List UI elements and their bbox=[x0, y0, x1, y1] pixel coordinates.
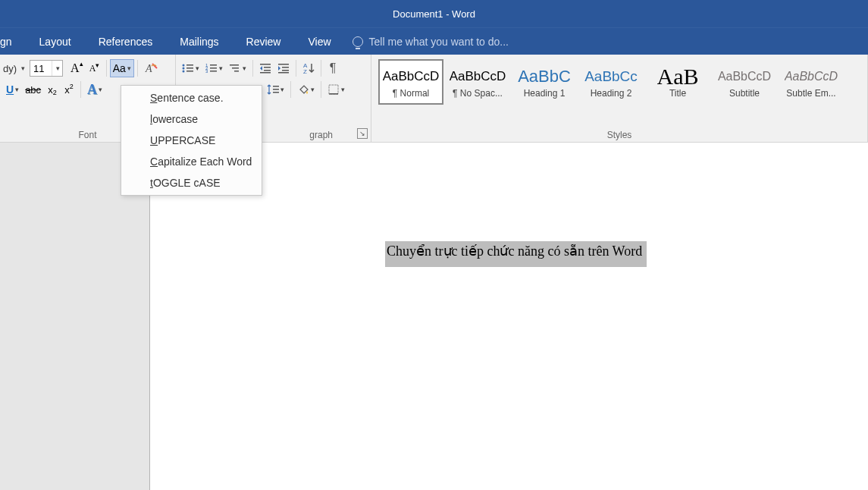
svg-rect-9 bbox=[210, 64, 217, 66]
svg-point-6 bbox=[183, 71, 185, 73]
svg-rect-22 bbox=[282, 67, 289, 68]
svg-rect-23 bbox=[282, 70, 289, 71]
grow-font-button[interactable]: A▴ bbox=[67, 59, 86, 77]
style-no-spacing[interactable]: AaBbCcD ¶ No Spac... bbox=[445, 59, 510, 105]
tell-me-placeholder: Tell me what you want to do... bbox=[369, 36, 509, 48]
shading-button[interactable]: ▾ bbox=[294, 80, 318, 99]
ribbon-tabs: gn Layout References Mailings Review Vie… bbox=[0, 27, 868, 55]
menu-lowercase[interactable]: lowercase bbox=[121, 108, 262, 130]
style-title[interactable]: AaB Title bbox=[645, 59, 710, 105]
style-subtle-emphasis[interactable]: AaBbCcD Subtle Em... bbox=[779, 59, 844, 105]
svg-rect-16 bbox=[234, 71, 239, 72]
sort-button[interactable]: AZ bbox=[299, 59, 318, 77]
chevron-down-icon[interactable]: ▾ bbox=[21, 64, 25, 72]
svg-rect-21 bbox=[278, 64, 289, 65]
svg-rect-18 bbox=[264, 67, 271, 68]
styles-group: AaBbCcD ¶ Normal AaBbCcD ¶ No Spac... Aa… bbox=[371, 55, 868, 142]
sort-icon: AZ bbox=[302, 62, 315, 74]
selected-text[interactable]: Chuyển trực tiếp chức năng có sẵn trên W… bbox=[385, 241, 647, 267]
font-size-dropdown[interactable]: ▾ bbox=[52, 61, 62, 76]
font-size-input[interactable]: ▾ bbox=[30, 60, 63, 77]
svg-text:3: 3 bbox=[205, 69, 208, 74]
svg-rect-13 bbox=[210, 71, 217, 72]
svg-rect-27 bbox=[273, 86, 279, 87]
mi-label: UPPERCASE bbox=[150, 134, 215, 146]
svg-rect-29 bbox=[273, 92, 279, 93]
increase-indent-button[interactable] bbox=[274, 59, 293, 77]
menu-capitalize-each-word[interactable]: Capitalize Each Word bbox=[121, 151, 262, 172]
menu-toggle-case[interactable]: tOGGLE cASE bbox=[121, 172, 262, 193]
window-title: Document1 - Word bbox=[393, 8, 475, 20]
borders-button[interactable]: ▾ bbox=[324, 80, 348, 99]
tab-design[interactable]: gn bbox=[0, 28, 26, 55]
title-bar: Document1 - Word bbox=[0, 0, 868, 27]
line-spacing-button[interactable]: ▾ bbox=[264, 80, 287, 99]
paragraph-dialog-launcher[interactable]: ↘ bbox=[357, 128, 368, 139]
styles-gallery[interactable]: AaBbCcD ¶ Normal AaBbCcD ¶ No Spac... Aa… bbox=[378, 58, 861, 106]
underline-button[interactable]: U▾ bbox=[3, 80, 22, 99]
outdent-icon bbox=[259, 63, 271, 74]
menu-sentence-case[interactable]: Sentence case. bbox=[121, 87, 262, 108]
subscript-button[interactable]: x2 bbox=[44, 80, 61, 99]
bullets-button[interactable]: ▾ bbox=[179, 59, 202, 77]
change-case-button[interactable]: Aa▾ bbox=[110, 59, 134, 77]
styles-group-label: Styles bbox=[371, 127, 867, 142]
svg-rect-15 bbox=[232, 68, 239, 69]
svg-text:A: A bbox=[145, 63, 152, 74]
text-effects-button[interactable]: A▾ bbox=[84, 80, 105, 99]
svg-rect-20 bbox=[260, 72, 271, 74]
decrease-indent-button[interactable] bbox=[256, 59, 274, 77]
clear-format-icon: A bbox=[144, 61, 158, 75]
svg-rect-5 bbox=[186, 68, 193, 69]
tab-review[interactable]: Review bbox=[233, 28, 295, 55]
svg-rect-7 bbox=[186, 71, 193, 72]
style-heading2[interactable]: AaBbCc Heading 2 bbox=[578, 59, 644, 105]
tell-me-search[interactable]: Tell me what you want to do... bbox=[345, 36, 509, 48]
bullets-icon bbox=[182, 63, 194, 74]
svg-rect-28 bbox=[273, 89, 279, 90]
mi-label: Sentence case. bbox=[150, 92, 224, 104]
line-spacing-icon bbox=[267, 83, 279, 96]
font-size-field[interactable] bbox=[30, 61, 52, 76]
svg-rect-17 bbox=[260, 64, 271, 65]
numbering-button[interactable]: 123▾ bbox=[202, 59, 226, 77]
svg-rect-24 bbox=[278, 72, 289, 74]
tab-references[interactable]: References bbox=[85, 28, 167, 55]
superscript-button[interactable]: x2 bbox=[61, 80, 77, 99]
tab-layout[interactable]: Layout bbox=[26, 28, 85, 55]
strikethrough-button[interactable]: abc bbox=[22, 80, 44, 99]
style-heading1[interactable]: AaBbC Heading 1 bbox=[512, 59, 577, 105]
style-subtitle[interactable]: AaBbCcD Subtitle bbox=[712, 59, 777, 105]
svg-point-4 bbox=[183, 68, 185, 70]
tab-view[interactable]: View bbox=[294, 28, 344, 55]
change-case-menu: Sentence case. lowercase UPPERCASE Capit… bbox=[121, 85, 262, 196]
mi-label: Capitalize Each Word bbox=[150, 155, 252, 168]
shrink-font-button[interactable]: A▾ bbox=[86, 59, 103, 77]
menu-uppercase[interactable]: UPPERCASE bbox=[121, 130, 262, 151]
lightbulb-icon bbox=[353, 36, 363, 47]
multilevel-icon bbox=[229, 63, 241, 74]
clear-formatting-button[interactable]: A bbox=[141, 59, 161, 77]
style-normal[interactable]: AaBbCcD ¶ Normal bbox=[378, 59, 443, 105]
numbering-icon: 123 bbox=[205, 63, 218, 74]
svg-rect-3 bbox=[186, 64, 193, 66]
tab-mailings[interactable]: Mailings bbox=[166, 28, 232, 55]
svg-rect-14 bbox=[230, 64, 239, 66]
font-name-cut[interactable]: dy) bbox=[3, 63, 20, 74]
show-marks-button[interactable]: ¶ bbox=[324, 59, 341, 77]
multilevel-list-button[interactable]: ▾ bbox=[226, 59, 249, 77]
mi-label: tOGGLE cASE bbox=[150, 177, 221, 189]
mi-label: lowercase bbox=[150, 113, 198, 125]
bucket-icon bbox=[297, 83, 309, 96]
svg-rect-19 bbox=[264, 70, 271, 71]
svg-rect-30 bbox=[329, 85, 338, 94]
indent-icon bbox=[277, 63, 290, 74]
svg-rect-11 bbox=[210, 68, 217, 69]
border-icon bbox=[327, 83, 340, 96]
svg-rect-31 bbox=[329, 93, 338, 95]
svg-point-2 bbox=[183, 64, 185, 67]
svg-text:Z: Z bbox=[303, 68, 307, 74]
